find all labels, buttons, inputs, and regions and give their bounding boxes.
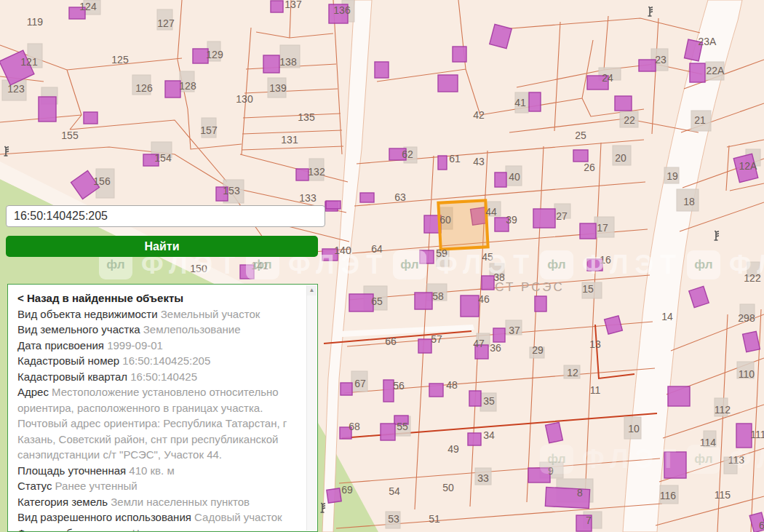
info-row: Вид разрешенного использования Садовый у…: [17, 509, 303, 525]
parcel-number: 63: [394, 191, 406, 203]
parcel-number: 133: [299, 192, 317, 204]
parcel-number: 57: [431, 333, 442, 345]
parcel-number: 128: [179, 80, 196, 92]
parcel-number: 14: [661, 311, 673, 322]
parcel-number: 17: [597, 222, 608, 234]
info-row: Кадастровый квартал 16:50:140425: [17, 369, 303, 385]
info-row: Форма собственности Частная: [17, 525, 303, 532]
parcel-number: 153: [223, 185, 240, 196]
parcel-number: 60: [439, 214, 451, 226]
building: [580, 223, 596, 239]
parcel-number: 67: [354, 378, 366, 389]
search-input[interactable]: [6, 205, 325, 227]
info-row: Площадь уточненная 410 кв. м: [17, 463, 303, 479]
parcel-number: 35: [483, 395, 495, 407]
parcel-number: 123: [7, 83, 25, 95]
parcel-number: 125: [111, 54, 129, 65]
building: [383, 380, 394, 402]
parcel-number: 68: [349, 421, 360, 432]
building: [690, 63, 705, 82]
building: [360, 193, 374, 202]
parcel-number: 26: [584, 162, 595, 173]
panel-scrollbar[interactable]: ▲: [306, 285, 317, 531]
parcel-number: 298: [738, 312, 755, 324]
building: [573, 150, 588, 162]
object-info-rows: Вид объекта недвижимости Земельный участ…: [17, 306, 303, 532]
building: [438, 75, 458, 92]
parcel-number: 42: [473, 109, 485, 121]
parcel-number: 65: [371, 295, 383, 307]
cadastral-map[interactable]: 1191241361371271291251211231261281301381…: [0, 0, 764, 532]
parcel-number: 150: [190, 263, 207, 274]
parcel-number: 8: [577, 487, 583, 499]
parcel-number: 20: [615, 152, 626, 164]
parcel-number: 114: [700, 437, 717, 448]
building: [736, 424, 752, 448]
parcel-number: 121: [20, 56, 38, 68]
parcel-number: 24: [602, 72, 613, 84]
parcel-number: 21: [694, 114, 706, 126]
info-row: Кадастровый номер 16:50:140425:205: [17, 353, 303, 369]
parcel-number: 116: [660, 490, 677, 501]
parcel-number: 61: [449, 153, 461, 164]
info-row: Статус Ранее учтенный: [17, 478, 303, 494]
building: [165, 81, 180, 98]
info-row: Адрес Местоположение установлено относит…: [17, 384, 303, 416]
building: [545, 487, 589, 508]
parcel-number: 62: [402, 148, 413, 160]
parcel-number: 136: [333, 4, 351, 16]
building: [415, 293, 432, 309]
building: [418, 339, 431, 353]
parcel-number: 138: [279, 56, 297, 68]
parcel-number: 51: [429, 513, 440, 525]
parcel-number: 132: [308, 166, 325, 178]
parcel-number: 46: [478, 293, 490, 305]
parcel-number: 155: [61, 130, 79, 141]
building: [469, 391, 481, 406]
info-row: Категория земель Земли населенных пункто…: [17, 494, 303, 510]
building: [375, 62, 389, 78]
building: [664, 452, 686, 478]
parcel-number: 11: [590, 384, 601, 396]
parcel-number: 140: [334, 245, 351, 256]
parcel-number: 43: [473, 156, 485, 167]
parcel-number: 111: [750, 429, 764, 440]
parcel-number: 66: [385, 336, 397, 347]
parcel-number: 137: [284, 0, 302, 10]
building: [263, 55, 279, 73]
parcel-number: 157: [200, 124, 218, 136]
parcel-number: 19: [666, 170, 678, 182]
building: [326, 201, 341, 209]
parcel-number: 124: [79, 1, 97, 12]
parcel-number: 22А: [707, 65, 725, 76]
parcel-number: 39: [506, 214, 517, 226]
building: [381, 424, 395, 440]
find-button[interactable]: Найти: [6, 236, 318, 257]
parcel-number: 154: [154, 152, 172, 164]
parcel-number: 33: [477, 472, 489, 484]
parcel-number: 113: [728, 454, 745, 466]
building: [39, 97, 56, 122]
building: [453, 47, 466, 62]
parcel-number: 48: [446, 379, 458, 391]
building: [468, 433, 481, 445]
parcel-number: 6: [759, 520, 764, 531]
parcel-number: 13: [589, 338, 601, 350]
parcel-number: 18: [683, 196, 695, 207]
object-info-panel: < Назад в найденные объекты Вид объекта …: [7, 284, 318, 532]
parcel-number: 141: [251, 260, 268, 271]
scroll-up-icon[interactable]: ▲: [307, 285, 317, 295]
parcel-number: 15: [582, 283, 594, 295]
building: [668, 386, 690, 406]
parcel-number: 49: [447, 443, 459, 455]
back-link[interactable]: < Назад в найденные объекты: [17, 290, 303, 306]
info-row: Почтовый адрес ориентира: Республика Тат…: [17, 416, 303, 463]
parcel-number: 16: [600, 254, 611, 266]
parcel-number: 44: [485, 206, 497, 218]
building: [529, 92, 541, 111]
building: [420, 250, 434, 263]
building: [639, 60, 656, 71]
building: [438, 156, 447, 170]
building: [341, 383, 352, 395]
parcel-number: 37: [509, 325, 520, 336]
